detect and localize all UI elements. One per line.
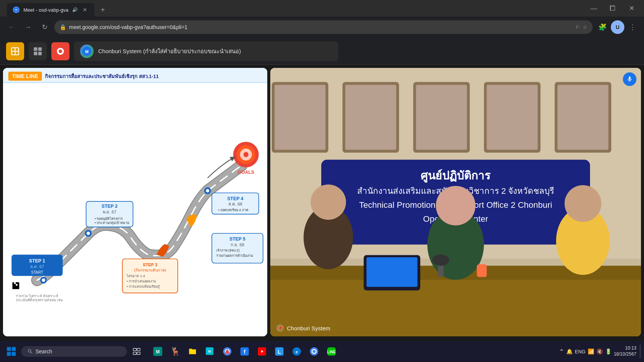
svg-point-120	[313, 350, 316, 353]
svg-rect-61	[345, 85, 396, 150]
taskbar: Search M 🦌 M	[0, 341, 644, 362]
translate-icon: ⚐	[575, 24, 580, 30]
svg-rect-99	[133, 348, 136, 351]
taskbar-app-l[interactable]: L	[271, 343, 288, 360]
video-label-chonburi: 📌 Chonburi System	[276, 324, 330, 332]
taskbar-app-youtube[interactable]	[254, 343, 270, 360]
slide-subtitle: กิจกรรมการสื่อสารและประชาสัมพันธ์เชิงรุก…	[45, 72, 159, 80]
taskbar-clock[interactable]: 10:13 18/10/2567	[614, 345, 636, 357]
new-tab-button[interactable]: +	[96, 3, 109, 17]
svg-point-82	[432, 255, 449, 266]
svg-text:ศูนย์ปฏิบัติการ: ศูนย์ปฏิบัติการ	[421, 169, 491, 183]
svg-text:พ.ย. 67: พ.ย. 67	[103, 210, 116, 214]
svg-rect-8	[38, 52, 42, 55]
svg-text:M: M	[156, 349, 160, 354]
svg-text:L: L	[278, 349, 281, 355]
svg-text:f: f	[244, 349, 246, 355]
taskbar-app-edge[interactable]: e	[288, 343, 305, 360]
taskbar-search[interactable]: Search	[21, 346, 127, 357]
svg-text:e: e	[296, 350, 298, 354]
taskbar-app-facebook[interactable]: f	[236, 343, 253, 360]
svg-point-24	[42, 278, 45, 282]
svg-rect-21	[14, 284, 16, 286]
svg-text:• ขออนุมัติโครงการ: • ขออนุมัติโครงการ	[95, 217, 123, 221]
tray-volume[interactable]: 🔇	[596, 348, 603, 354]
minimize-button[interactable]: —	[585, 2, 602, 15]
active-speaker-indicator	[623, 72, 636, 86]
tray-expand[interactable]: ⌃	[559, 348, 564, 355]
taskbar-app-meet[interactable]: M	[149, 343, 166, 360]
svg-text:STEP 5: STEP 5	[230, 236, 246, 242]
user-avatar: U	[611, 20, 624, 34]
taskbar-app-deer[interactable]: 🦌	[167, 343, 183, 360]
tab-audio-icon: 🔊	[72, 7, 78, 12]
svg-text:M: M	[208, 350, 211, 353]
taskbar-search-label: Search	[35, 348, 52, 354]
meet-app-bar: M Chonburi System (กำลังใส่คำอธิบายประกอ…	[0, 38, 644, 65]
active-tab[interactable]: M Meet - osd-vabp-gva 🔊 ✕	[7, 3, 94, 17]
svg-rect-97	[7, 352, 11, 356]
app-icon-1[interactable]	[6, 42, 24, 60]
app-icon-2[interactable]	[29, 42, 47, 60]
svg-rect-100	[137, 348, 140, 351]
app-icon-record[interactable]	[51, 42, 69, 60]
tab-title: Meet - osd-vabp-gva	[23, 7, 68, 13]
presentation-panel: TIME LINE กิจกรรมการสื่อสารและประชาสัมพั…	[3, 68, 267, 336]
svg-rect-65	[487, 85, 538, 150]
svg-rect-101	[133, 352, 136, 354]
taskbar-app-chrome2[interactable]	[306, 343, 322, 360]
tab-favicon: M	[13, 6, 20, 13]
meeting-title: Chonburi System (กำลังใส่คำอธิบายประกอบข…	[98, 47, 241, 56]
svg-rect-96	[12, 347, 15, 351]
tray-lang[interactable]: ENG	[575, 349, 585, 354]
svg-rect-95	[7, 347, 11, 351]
url-text: meet.google.com/osd-vabp-gva?authuser=0&…	[69, 24, 572, 30]
back-button[interactable]: ←	[5, 20, 18, 34]
profile-button[interactable]: U	[611, 20, 624, 34]
svg-rect-63	[416, 85, 467, 150]
taskbar-app-files[interactable]	[184, 343, 201, 360]
svg-rect-5	[34, 47, 37, 51]
maximize-button[interactable]: ⧠	[604, 2, 621, 15]
taskbar-system-tray: ⌃ 🔔 ENG 📶 🔇 🔋 10:13 18/10/2567	[559, 345, 641, 358]
svg-text:• ประสานกลุ่มเป้าหมาย: • ประสานกลุ่มเป้าหมาย	[95, 221, 129, 225]
svg-text:ประเมินที่ตั้งกรุงทรายสังเคม เ: ประเมินที่ตั้งกรุงทรายสังเคม เช่น	[16, 298, 63, 302]
svg-rect-83	[477, 264, 487, 277]
svg-point-80	[565, 185, 601, 222]
svg-text:STEP 4: STEP 4	[227, 196, 243, 201]
reload-button[interactable]: ↻	[38, 20, 51, 34]
extensions-button[interactable]: 🧩	[596, 20, 609, 34]
clock-time: 10:13	[614, 345, 636, 351]
tray-battery[interactable]: 🔋	[605, 348, 612, 354]
tray-wifi[interactable]: 📶	[588, 348, 594, 354]
task-view-button[interactable]	[128, 343, 145, 360]
tray-show-desktop[interactable]	[639, 345, 641, 358]
svg-rect-6	[38, 47, 42, 51]
chonburi-name: Chonburi System	[287, 325, 330, 331]
tray-notification[interactable]: 🔔	[566, 348, 573, 354]
svg-text:ก.ย. 68: ก.ย. 68	[231, 242, 244, 247]
tab-close-button[interactable]: ✕	[82, 6, 88, 13]
forward-button[interactable]: →	[21, 20, 35, 34]
svg-rect-20	[16, 282, 18, 284]
meeting-logo: M	[80, 44, 94, 58]
bookmark-icon[interactable]: ☆	[582, 24, 587, 30]
svg-point-43	[206, 189, 209, 192]
address-bar[interactable]: 🔒 meet.google.com/osd-vabp-gva?authuser=…	[54, 20, 593, 34]
slide-body: STEP 1 ต.ค. 67 START STEP 2 พ.ย. 67	[3, 83, 267, 333]
chonburi-video-panel: ศูนย์ปฏิบัติการ สำนักงานส่งเสริมและสนับส…	[270, 68, 641, 336]
taskbar-apps: M 🦌 M f	[149, 343, 340, 360]
taskbar-app-meet2[interactable]: M	[202, 343, 218, 360]
taskbar-app-chrome[interactable]	[219, 343, 236, 360]
svg-point-76	[311, 184, 346, 220]
taskbar-app-line[interactable]: LINE	[323, 343, 340, 360]
svg-text:ต.ค. 67: ต.ค. 67	[30, 264, 44, 269]
start-button[interactable]	[3, 343, 20, 360]
svg-text:รวบรวม วิเคราะห์ สังเคราะห์: รวบรวม วิเคราะห์ สังเคราะห์	[16, 294, 58, 298]
svg-point-52	[243, 152, 249, 157]
menu-button[interactable]: ⋮	[626, 20, 639, 34]
svg-rect-98	[12, 352, 15, 356]
svg-rect-102	[137, 352, 140, 354]
lock-icon: 🔒	[60, 24, 66, 30]
close-button[interactable]: ✕	[623, 2, 640, 15]
